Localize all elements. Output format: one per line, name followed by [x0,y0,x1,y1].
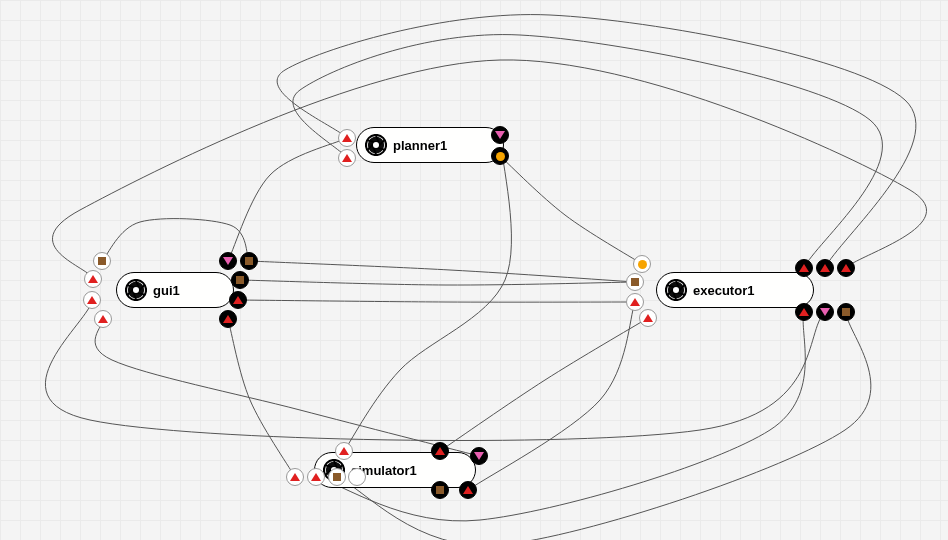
port-p-out2[interactable] [491,147,509,165]
port-s-in-e[interactable] [348,468,366,486]
port-e-out-a[interactable] [795,259,813,277]
port-e-out-d[interactable] [795,303,813,321]
graph-canvas[interactable]: { "nodes": [ { "id": "planner1", "label"… [0,0,948,540]
edge-e-out-f-s-in-d [337,312,871,540]
edge-p-out2-e-in-a [500,156,642,264]
square-icon [236,276,244,284]
circle-icon [353,473,362,482]
circle-icon [496,152,505,161]
port-g-in-b[interactable] [84,270,102,288]
tri-up-icon [463,486,473,494]
edge-g-out-d-e-in-c [238,300,635,302]
aperture-icon [665,279,687,301]
tri-up-icon [311,473,321,481]
tri-down-icon [474,452,484,460]
port-s-out-d[interactable] [459,481,477,499]
svg-point-1 [373,142,379,148]
tri-up-icon [820,264,830,272]
port-e-in-b[interactable] [626,273,644,291]
tri-up-icon [841,264,851,272]
port-g-out-d[interactable] [229,291,247,309]
port-p-out1[interactable] [491,126,509,144]
square-icon [631,278,639,286]
tri-up-icon [87,296,97,304]
port-s-in-d[interactable] [328,468,346,486]
edge-s-out-b-g-in-d [95,319,479,456]
edge-p-out1-s-in-a [344,135,511,451]
edge-g-out-c-e-in-b [240,280,635,285]
port-g-out-c[interactable] [231,271,249,289]
node-label: planner1 [393,138,447,153]
node-gui1[interactable]: gui1 [116,272,234,308]
port-e-in-d[interactable] [639,309,657,327]
svg-point-3 [133,287,139,293]
tri-down-icon [495,131,505,139]
tri-up-icon [630,298,640,306]
port-s-out-b[interactable] [470,447,488,465]
aperture-icon [365,134,387,156]
port-e-in-a[interactable] [633,255,651,273]
tri-up-icon [643,314,653,322]
edge-g-out-a-p-in1 [228,138,347,261]
edge-s-out-a-e-in-d [440,318,648,451]
port-p-in2[interactable] [338,149,356,167]
node-planner1[interactable]: planner1 [356,127,504,163]
edge-s-out-d-e-in-c [468,302,635,490]
edge-e-out-d-s-in-c [316,312,805,521]
aperture-icon [125,279,147,301]
tri-up-icon [799,264,809,272]
square-icon [245,257,253,265]
tri-up-icon [799,308,809,316]
port-g-in-a[interactable] [93,252,111,270]
port-g-in-d[interactable] [94,310,112,328]
node-label: gui1 [153,283,180,298]
port-e-in-c[interactable] [626,293,644,311]
port-s-in-b[interactable] [286,468,304,486]
svg-point-5 [673,287,679,293]
tri-up-icon [435,447,445,455]
edge-g-out-b-e-in-b [249,261,635,282]
square-icon [436,486,444,494]
square-icon [98,257,106,265]
port-s-in-a[interactable] [335,442,353,460]
tri-up-icon [233,296,243,304]
port-s-out-c[interactable] [431,481,449,499]
port-g-in-c[interactable] [83,291,101,309]
tri-up-icon [98,315,108,323]
port-g-out-b[interactable] [240,252,258,270]
port-e-out-e[interactable] [816,303,834,321]
edge-g-out-e-s-in-b [228,319,295,477]
edge-e-out-c-g-in-b [52,60,926,279]
tri-up-icon [290,473,300,481]
port-g-out-e[interactable] [219,310,237,328]
square-icon [842,308,850,316]
tri-down-icon [820,308,830,316]
port-e-out-f[interactable] [837,303,855,321]
tri-up-icon [339,447,349,455]
node-label: executor1 [693,283,754,298]
port-g-out-a[interactable] [219,252,237,270]
tri-up-icon [88,275,98,283]
port-s-in-c[interactable] [307,468,325,486]
edge-e-out-e-g-in-c [45,300,825,440]
port-e-out-b[interactable] [816,259,834,277]
tri-up-icon [223,315,233,323]
circle-icon [638,260,647,269]
tri-up-icon [342,134,352,142]
tri-down-icon [223,257,233,265]
node-executor1[interactable]: executor1 [656,272,814,308]
port-e-out-c[interactable] [837,259,855,277]
port-p-in1[interactable] [338,129,356,147]
port-s-out-a[interactable] [431,442,449,460]
square-icon [333,473,341,481]
tri-up-icon [342,154,352,162]
